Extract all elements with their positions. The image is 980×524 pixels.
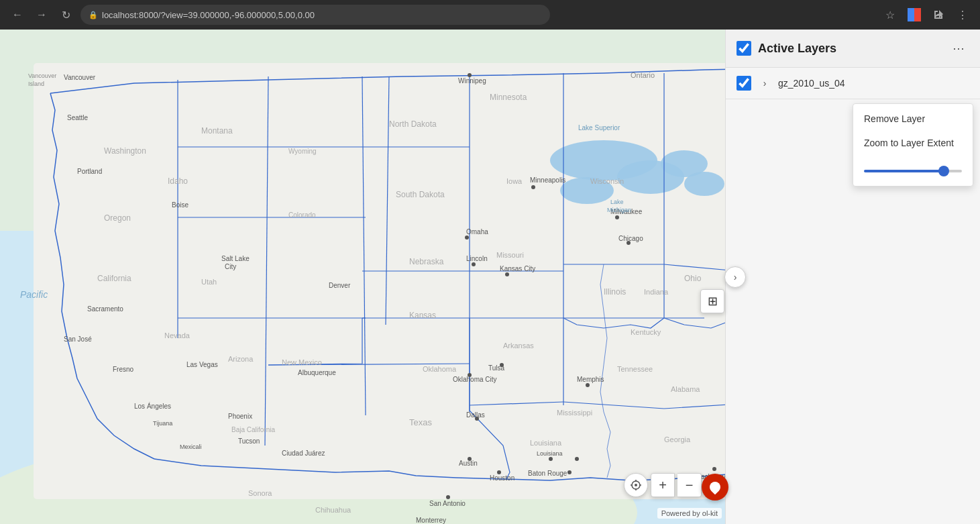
svg-text:New Mexico: New Mexico bbox=[282, 358, 322, 366]
svg-text:Tulsa: Tulsa bbox=[488, 364, 505, 372]
svg-text:Alabama: Alabama bbox=[671, 385, 700, 393]
svg-point-126 bbox=[567, 470, 571, 474]
svg-text:Kentucky: Kentucky bbox=[631, 328, 661, 336]
svg-text:Omaha: Omaha bbox=[466, 228, 488, 235]
svg-text:Lake: Lake bbox=[610, 199, 624, 205]
zoom-out-button[interactable]: − bbox=[677, 473, 702, 497]
svg-text:San José: San José bbox=[64, 335, 92, 343]
svg-text:Ontario: Ontario bbox=[631, 71, 655, 79]
opacity-slider[interactable] bbox=[864, 170, 962, 172]
more-button[interactable]: ⋮ bbox=[953, 5, 972, 24]
svg-text:Louisiana: Louisiana bbox=[537, 450, 563, 457]
locate-button[interactable] bbox=[624, 473, 648, 497]
svg-text:Seattle: Seattle bbox=[67, 114, 89, 121]
svg-text:California: California bbox=[97, 274, 131, 283]
ol-kit-logo[interactable] bbox=[702, 474, 728, 501]
svg-point-124 bbox=[586, 383, 590, 387]
powered-by-text: Powered by ol-kit bbox=[657, 508, 722, 519]
svg-text:Oklahoma: Oklahoma bbox=[423, 365, 457, 373]
svg-text:Arizona: Arizona bbox=[228, 355, 254, 363]
svg-text:Wyoming: Wyoming bbox=[288, 148, 317, 155]
svg-point-149 bbox=[635, 484, 637, 486]
layer-name: gz_2010_us_04 bbox=[778, 78, 969, 89]
bookmark-button[interactable]: ☆ bbox=[881, 5, 900, 24]
svg-point-131 bbox=[712, 467, 716, 471]
svg-text:Austin: Austin bbox=[459, 460, 478, 467]
svg-text:Denver: Denver bbox=[329, 282, 351, 289]
svg-text:Colorado: Colorado bbox=[288, 211, 316, 219]
svg-text:Memphis: Memphis bbox=[577, 376, 604, 383]
svg-text:Iowa: Iowa bbox=[506, 177, 523, 185]
svg-text:Washington: Washington bbox=[104, 146, 146, 156]
zoom-to-extent-menu-item[interactable]: Zoom to Layer Extent bbox=[853, 131, 973, 155]
collapse-panel-button[interactable]: › bbox=[724, 266, 746, 288]
layers-menu-button[interactable]: ⋯ bbox=[948, 38, 969, 59]
layer-expand-button[interactable]: › bbox=[758, 76, 771, 90]
svg-text:Dallas: Dallas bbox=[466, 411, 485, 419]
svg-point-129 bbox=[549, 457, 553, 461]
svg-text:Mississippi: Mississippi bbox=[557, 409, 592, 417]
svg-text:Winnipeg: Winnipeg bbox=[458, 77, 486, 85]
svg-text:City: City bbox=[225, 263, 236, 270]
svg-text:Idaho: Idaho bbox=[168, 176, 188, 186]
url-text: localhost:8000/?view=39.000000,-96.00000… bbox=[102, 10, 315, 20]
svg-point-110 bbox=[472, 262, 476, 266]
svg-text:North Dakota: North Dakota bbox=[389, 119, 437, 129]
zoom-in-button[interactable]: + bbox=[651, 473, 675, 497]
chevron-right-icon: › bbox=[734, 272, 737, 282]
svg-text:Oklahoma City: Oklahoma City bbox=[453, 376, 497, 383]
svg-text:Missouri: Missouri bbox=[496, 251, 524, 259]
svg-point-104 bbox=[505, 272, 509, 276]
svg-text:Wisconsin: Wisconsin bbox=[590, 177, 624, 185]
svg-text:Island: Island bbox=[28, 81, 44, 87]
svg-point-122 bbox=[446, 495, 450, 499]
svg-text:Vancouver: Vancouver bbox=[28, 72, 56, 79]
svg-text:Georgia: Georgia bbox=[664, 435, 691, 443]
svg-text:Baja California: Baja California bbox=[231, 426, 275, 433]
svg-text:Chihuahua: Chihuahua bbox=[315, 506, 351, 514]
locate-icon bbox=[630, 479, 642, 491]
svg-text:Indiana: Indiana bbox=[644, 288, 669, 296]
svg-text:Arkansas: Arkansas bbox=[503, 342, 534, 350]
svg-point-100 bbox=[615, 215, 619, 219]
profile-button[interactable] bbox=[905, 5, 924, 24]
svg-text:Phoenix: Phoenix bbox=[228, 413, 252, 420]
svg-text:Pacific: Pacific bbox=[20, 289, 48, 300]
svg-text:Portland: Portland bbox=[77, 168, 102, 175]
svg-text:Ohio: Ohio bbox=[684, 274, 702, 283]
layers-icon: ⊞ bbox=[708, 294, 718, 309]
ol-kit-logo-icon bbox=[708, 480, 723, 495]
forward-button[interactable]: → bbox=[32, 5, 51, 24]
layers-panel-title: Active Layers bbox=[758, 42, 941, 56]
browser-right-controls: ☆ ⋮ bbox=[881, 5, 972, 24]
svg-text:Louisiana: Louisiana bbox=[530, 439, 562, 447]
back-button[interactable]: ← bbox=[8, 5, 27, 24]
svg-text:Minnesota: Minnesota bbox=[490, 93, 527, 102]
opacity-slider-container bbox=[853, 155, 973, 183]
layers-panel-header: Active Layers ⋯ bbox=[726, 30, 980, 68]
context-menu: Remove Layer Zoom to Layer Extent bbox=[853, 103, 973, 187]
svg-text:Ciudad Juárez: Ciudad Juárez bbox=[282, 450, 325, 457]
layer-visibility-checkbox[interactable] bbox=[737, 76, 751, 91]
map-container[interactable]: Pacific Atlantic bbox=[0, 30, 980, 524]
svg-text:Vancouver: Vancouver bbox=[64, 74, 96, 81]
svg-text:Sacramento: Sacramento bbox=[87, 305, 123, 313]
svg-point-106 bbox=[465, 235, 469, 240]
svg-text:Tijuana: Tijuana bbox=[153, 420, 172, 427]
svg-text:Tennessee: Tennessee bbox=[617, 365, 653, 373]
lock-icon: 🔒 bbox=[89, 11, 98, 19]
address-bar[interactable]: 🔒 localhost:8000/?view=39.000000,-96.000… bbox=[80, 5, 550, 25]
svg-point-9 bbox=[684, 172, 724, 196]
reload-button[interactable]: ↻ bbox=[56, 5, 75, 24]
remove-layer-menu-item[interactable]: Remove Layer bbox=[853, 107, 973, 131]
browser-chrome: ← → ↻ 🔒 localhost:8000/?view=39.000000,-… bbox=[0, 0, 980, 30]
svg-rect-1 bbox=[914, 8, 921, 21]
svg-text:South Dakota: South Dakota bbox=[396, 190, 445, 199]
svg-text:Minneapolis: Minneapolis bbox=[530, 176, 565, 184]
svg-text:Nebraska: Nebraska bbox=[409, 257, 444, 266]
layers-visibility-checkbox[interactable] bbox=[737, 41, 751, 56]
extensions-button[interactable] bbox=[929, 5, 948, 24]
svg-text:Las Vegas: Las Vegas bbox=[186, 361, 218, 368]
svg-text:Salt Lake: Salt Lake bbox=[221, 255, 250, 262]
layer-order-button[interactable]: ⊞ bbox=[700, 289, 724, 313]
